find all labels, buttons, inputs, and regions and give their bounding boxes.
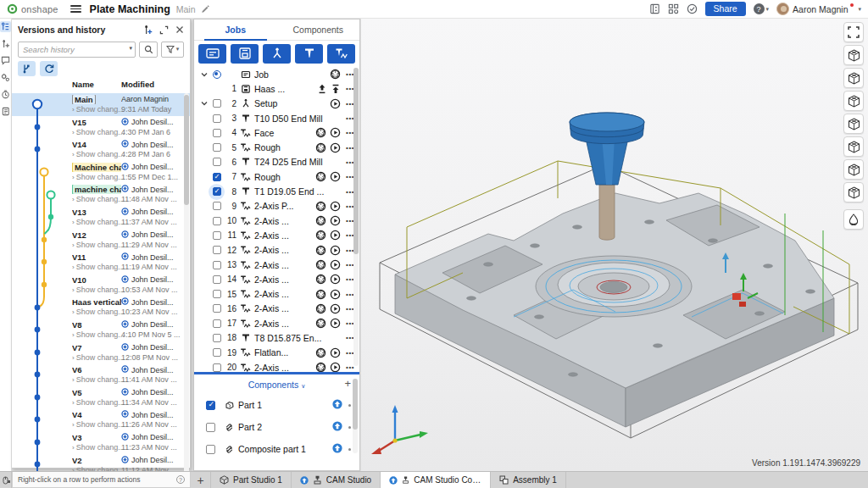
view-cube-button-1[interactable]	[843, 45, 864, 65]
job-tree-row[interactable]: 10 2-Axis ...	[194, 214, 359, 228]
search-icon[interactable]	[139, 42, 158, 58]
show-changes-link[interactable]: ›Show chang...	[72, 308, 125, 316]
version-row[interactable]: machine cha... ›Show chang... John Desil…	[12, 183, 190, 206]
row-radio[interactable]	[213, 70, 221, 79]
show-changes-link[interactable]: ›Show chang...	[72, 375, 125, 384]
simulate-stock-icon[interactable]	[315, 303, 326, 314]
row-checkbox[interactable]	[213, 143, 221, 152]
show-changes-link[interactable]: ›Show chang...	[72, 420, 125, 429]
document-tab[interactable]: CAM Studio	[292, 472, 381, 488]
view-cube-button-6[interactable]	[843, 159, 864, 180]
post-process-icon[interactable]	[317, 84, 327, 94]
tool-button[interactable]	[295, 44, 323, 64]
row-checkbox[interactable]	[213, 348, 221, 357]
chevron-down-icon[interactable]	[201, 101, 210, 106]
generate-toolpath-icon[interactable]	[330, 245, 341, 256]
version-row[interactable]: V14 ›Show chang... John Desil... 4:28 PM…	[12, 138, 190, 161]
row-checkbox[interactable]	[213, 99, 221, 108]
simulate-stock-icon[interactable]	[315, 274, 326, 285]
generate-toolpath-icon[interactable]	[330, 318, 341, 329]
main-menu-icon[interactable]	[70, 5, 81, 13]
version-row[interactable]: V7 ›Show chang... John Desil... 12:08 PM…	[12, 341, 190, 364]
fit-view-button[interactable]	[843, 22, 864, 42]
generate-toolpath-icon[interactable]	[330, 230, 341, 241]
version-row[interactable]: V10 ›Show chang... John Desil... 10:53 A…	[12, 274, 190, 297]
filter-dropdown-button[interactable]: ▾	[161, 42, 184, 58]
version-row[interactable]: V8 ›Show chang... John Desil... 4:10 PM …	[12, 319, 190, 341]
row-checkbox[interactable]	[213, 158, 221, 166]
simulate-stock-icon[interactable]	[315, 142, 326, 153]
row-checkbox[interactable]	[213, 187, 221, 196]
version-row[interactable]: V15 ›Show chang... John Desil... 4:30 PM…	[12, 116, 190, 139]
gears-icon[interactable]	[0, 72, 11, 83]
help-menu[interactable]: ? ▾	[754, 3, 770, 14]
document-tab[interactable]: CAM Studio Collisio...	[381, 472, 491, 488]
show-changes-link[interactable]: ›Show chang...	[72, 443, 125, 452]
generate-toolpath-icon[interactable]	[330, 289, 341, 300]
simulate-stock-icon[interactable]	[315, 318, 326, 329]
versions-scrollbar[interactable]	[184, 93, 189, 476]
show-changes-link[interactable]: ›Show chang...	[72, 398, 125, 407]
row-checkbox[interactable]	[213, 275, 221, 284]
view-cube-button-5[interactable]	[843, 136, 864, 157]
component-more-icon[interactable]	[348, 404, 351, 407]
comment-icon[interactable]	[0, 55, 11, 66]
show-changes-link[interactable]: ›Show chang...	[72, 105, 125, 114]
component-row[interactable]: Composite part 1	[194, 438, 359, 460]
show-changes-link[interactable]: ›Show chang...	[72, 330, 125, 339]
job-tree-row[interactable]: 16 2-Axis ...	[194, 302, 359, 316]
share-button[interactable]: Share	[705, 2, 746, 16]
create-version-icon[interactable]	[0, 38, 11, 49]
component-checkbox[interactable]	[206, 423, 215, 432]
version-row[interactable]: Main ›Show chang... Aaron Magnin 9:31 AM…	[12, 93, 190, 116]
component-more-icon[interactable]	[348, 426, 351, 429]
simulate-stock-icon[interactable]	[315, 201, 326, 212]
show-changes-link[interactable]: ›Show chang...	[72, 150, 125, 158]
row-checkbox[interactable]	[213, 334, 221, 342]
job-tree-row[interactable]: 4 Face	[194, 125, 359, 140]
view-cube-button-2[interactable]	[843, 68, 864, 88]
view-cube-button-4[interactable]	[843, 114, 864, 134]
job-tree-row[interactable]: 3 T10 D50 End Mill	[194, 111, 359, 125]
document-tab[interactable]: Assembly 1	[491, 472, 566, 488]
component-more-icon[interactable]	[348, 448, 351, 451]
generate-toolpath-icon[interactable]	[330, 171, 341, 182]
job-tree-row[interactable]: 1 Haas ...	[194, 81, 359, 96]
generate-toolpath-icon[interactable]	[330, 362, 341, 372]
version-row[interactable]: V5 ›Show chang... John Desil... 11:34 AM…	[12, 386, 190, 409]
simulate-stock-icon[interactable]	[315, 127, 326, 138]
update-available-icon[interactable]	[332, 443, 342, 455]
show-changes-link[interactable]: ›Show chang...	[72, 128, 125, 136]
job-tree-row[interactable]: 13 2-Axis ...	[194, 258, 359, 272]
show-restores-toggle[interactable]	[40, 61, 58, 76]
version-row[interactable]: V4 ›Show chang... John Desil... 11:26 AM…	[12, 408, 190, 431]
shaded-view-button[interactable]	[843, 209, 864, 230]
search-dropdown-caret-icon[interactable]: ▾	[129, 45, 132, 52]
new-job-button[interactable]	[198, 44, 226, 64]
simulate-stock-icon[interactable]	[330, 69, 341, 80]
document-tab[interactable]: Part Studio 1	[211, 472, 292, 488]
row-checkbox[interactable]	[213, 129, 221, 137]
version-row[interactable]: V11 ›Show chang... John Desil... 11:19 A…	[12, 251, 190, 274]
update-available-icon[interactable]	[332, 421, 342, 433]
component-row[interactable]: Part 1	[194, 394, 359, 416]
simulate-stock-icon[interactable]	[315, 347, 326, 358]
close-panel-icon[interactable]	[175, 25, 184, 34]
generate-toolpath-icon[interactable]	[330, 274, 341, 285]
show-changes-link[interactable]: ›Show chang...	[72, 218, 125, 226]
row-checkbox[interactable]	[213, 114, 221, 123]
component-checkbox[interactable]	[206, 445, 215, 454]
notebook-icon[interactable]	[0, 106, 11, 117]
simulate-stock-icon[interactable]	[315, 230, 326, 241]
view-cube-button-3[interactable]	[843, 91, 864, 111]
generate-toolpath-icon[interactable]	[330, 215, 341, 226]
job-tree-row[interactable]: 12 2-Axis ...	[194, 243, 359, 258]
component-row[interactable]: Part 2	[194, 416, 359, 438]
version-row[interactable]: V6 ›Show chang... John Desil... 11:41 AM…	[12, 363, 190, 386]
job-tree-row[interactable]: 2 Setup	[194, 97, 359, 111]
check-circle-icon[interactable]	[687, 3, 698, 14]
expand-panel-icon[interactable]	[159, 25, 169, 35]
show-changes-link[interactable]: ›Show chang...	[72, 353, 125, 362]
export-top-icon[interactable]	[331, 84, 341, 94]
show-changes-link[interactable]: ›Show chang...	[72, 263, 125, 271]
